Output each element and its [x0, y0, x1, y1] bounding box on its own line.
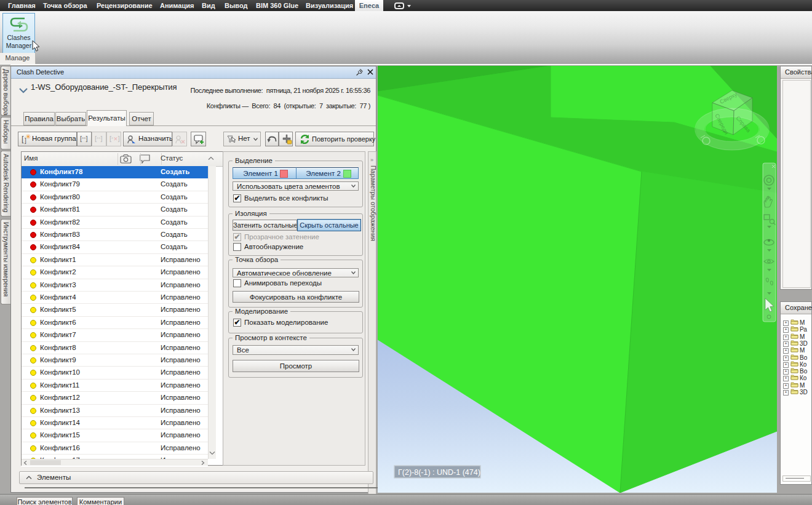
svg-text:Г(2)-8(-1) : UND-1 (474): Г(2)-8(-1) : UND-1 (474) [398, 468, 480, 477]
